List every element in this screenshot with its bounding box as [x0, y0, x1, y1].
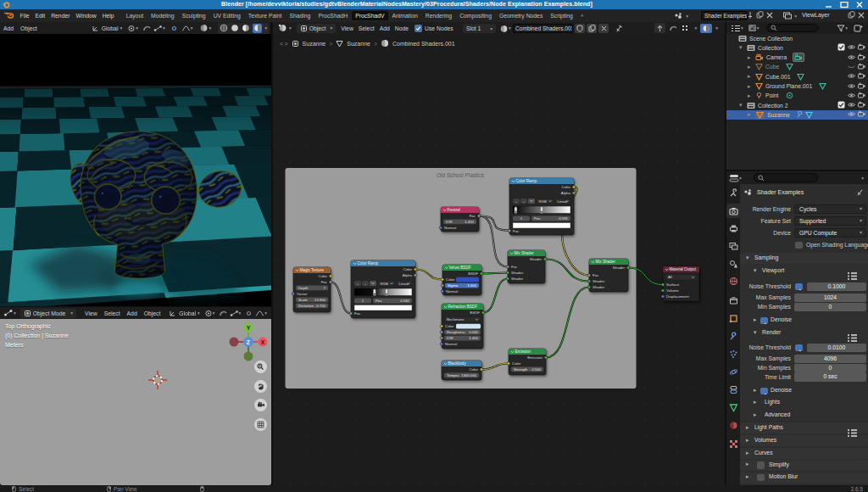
svg-text:Shader: Shader	[593, 279, 605, 283]
svg-text:Fac: Fac	[513, 229, 520, 233]
svg-text:Mix Shader: Mix Shader	[515, 251, 535, 255]
svg-text:0.500: 0.500	[531, 367, 541, 372]
svg-text:IOR: IOR	[446, 220, 453, 224]
svg-text:Alpha: Alpha	[403, 273, 413, 277]
svg-text:Refraction BSDF: Refraction BSDF	[448, 305, 478, 309]
svg-text:Shader: Shader	[511, 271, 524, 275]
svg-text:Surface: Surface	[666, 282, 680, 287]
svg-text:1.450: 1.450	[465, 220, 474, 224]
svg-text:Z: Z	[247, 339, 251, 345]
svg-text:Fac: Fac	[321, 280, 328, 284]
svg-text:Temper.: Temper.	[447, 373, 459, 377]
svg-text:Volume: Volume	[666, 288, 679, 293]
svg-text:Alpha: Alpha	[561, 191, 571, 195]
svg-text:Material Output: Material Output	[670, 267, 697, 271]
svg-text:Fac: Fac	[354, 311, 361, 316]
svg-text:Magic Texture: Magic Texture	[300, 268, 325, 272]
svg-text:Distortion: Distortion	[298, 304, 314, 308]
svg-text:0.000: 0.000	[469, 330, 478, 334]
svg-text:1.000: 1.000	[467, 283, 476, 288]
svg-text:Color: Color	[512, 361, 521, 366]
svg-text:Shader: Shader	[530, 257, 542, 261]
svg-text:Displacement: Displacement	[666, 294, 689, 299]
svg-text:13.900: 13.900	[314, 298, 326, 302]
svg-text:X: X	[261, 339, 265, 345]
svg-text:Pos: Pos	[376, 299, 381, 303]
svg-text:Color: Color	[562, 185, 571, 189]
svg-text:Sigma: Sigma	[448, 283, 459, 288]
svg-text:Color: Color	[446, 277, 455, 282]
svg-text:All: All	[668, 275, 672, 279]
svg-text:Normal: Normal	[444, 226, 456, 230]
svg-text:Mix Shader: Mix Shader	[596, 260, 616, 264]
svg-text:Normal: Normal	[446, 289, 458, 294]
svg-text:0.591: 0.591	[559, 216, 568, 221]
svg-text:Color: Color	[319, 274, 328, 278]
svg-text:Fac: Fac	[470, 214, 476, 218]
svg-text:Old School Plastics: Old School Plastics	[437, 172, 485, 178]
svg-text:Emission: Emission	[527, 355, 542, 360]
svg-text:Pos: Pos	[534, 216, 540, 221]
svg-text:-0.700: -0.700	[315, 304, 326, 308]
svg-text:BSDF: BSDF	[470, 310, 480, 315]
svg-text:RGB: RGB	[539, 199, 547, 204]
svg-text:BSDF: BSDF	[468, 271, 478, 276]
svg-text:1300.000: 1300.000	[461, 373, 477, 377]
svg-text:0.582: 0.582	[400, 299, 409, 303]
svg-text:Velvet BSDF: Velvet BSDF	[449, 266, 471, 270]
svg-text:Fac: Fac	[511, 265, 518, 269]
svg-text:Strength: Strength	[514, 367, 528, 372]
svg-text:Normal: Normal	[445, 342, 457, 346]
svg-text:Shader: Shader	[511, 277, 524, 281]
svg-text:Fac: Fac	[593, 273, 599, 277]
svg-text:Color Ramp: Color Ramp	[516, 179, 537, 183]
svg-text:Beckmann: Beckmann	[447, 317, 465, 321]
svg-text:1.450: 1.450	[469, 336, 478, 340]
svg-text:Shader: Shader	[613, 266, 626, 270]
svg-text:Emission: Emission	[515, 349, 531, 354]
svg-text:Color Ramp: Color Ramp	[358, 261, 379, 266]
svg-text:Roughness: Roughness	[447, 330, 465, 334]
svg-text:IOR: IOR	[447, 336, 453, 340]
svg-text:Color: Color	[403, 267, 413, 271]
svg-text:Shader: Shader	[593, 285, 605, 289]
svg-text:Fresnel: Fresnel	[448, 208, 460, 212]
svg-text:Vector: Vector	[297, 292, 308, 296]
svg-text:Color: Color	[470, 367, 479, 372]
svg-text:Y: Y	[247, 325, 251, 331]
svg-text:RGB: RGB	[381, 282, 388, 286]
svg-text:Blackbody: Blackbody	[448, 361, 467, 366]
svg-text:Color: Color	[445, 324, 454, 328]
svg-text:Depth: Depth	[298, 286, 309, 290]
svg-text:Scale: Scale	[298, 298, 308, 302]
